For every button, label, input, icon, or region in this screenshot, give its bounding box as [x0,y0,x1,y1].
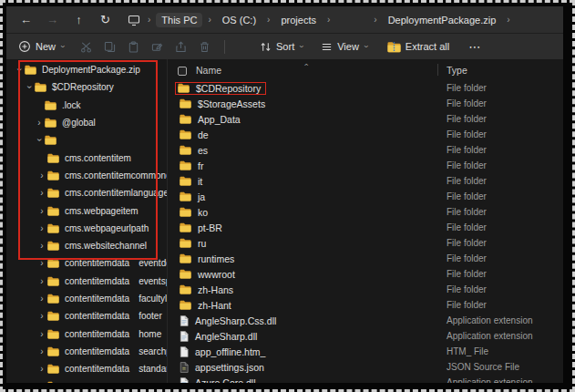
chevron-right-icon[interactable]: › [36,223,47,233]
tree-item[interactable]: ›cms.webpageitem [6,201,167,219]
chevron-right-icon[interactable]: › [34,118,45,128]
tree-item[interactable]: › [6,131,167,149]
tree-item[interactable]: ›cms.webpageurlpath [6,220,167,237]
file-name-cell[interactable]: ja [177,191,210,203]
tree-item[interactable]: ›contentitemdatafooter [6,307,167,325]
file-row[interactable]: runtimesFile folder [168,251,563,266]
chevron-right-icon[interactable]: › [36,170,47,181]
tree-item[interactable]: ›contentitemdatastandardp [6,360,167,377]
annotation-box-file[interactable]: $CDRepository [175,82,266,95]
file-name-cell[interactable]: App_Data [177,113,246,126]
forward-button[interactable]: → [39,6,66,33]
tree-item[interactable]: ›contentitemdatafacultylisti [6,290,167,307]
file-row[interactable]: jaFile folder [168,189,563,204]
extract-all-button[interactable]: Extract all [383,41,454,53]
chevron-down-icon[interactable]: › [15,65,25,76]
file-row[interactable]: app_offline.htm_HTM_ File [168,344,563,359]
file-row[interactable]: ruFile folder [168,235,563,251]
breadcrumb-segment[interactable] [335,18,368,22]
breadcrumb-segment[interactable]: OS (C:) [217,13,262,27]
breadcrumb-segment[interactable]: This PC [156,13,202,27]
file-name-cell[interactable]: es [177,144,213,157]
share-icon[interactable] [169,41,192,53]
breadcrumb-segment[interactable]: DeploymentPackage.zip [383,13,502,27]
file-row[interactable]: AngleSharp.Css.dllApplication extension [168,313,563,328]
chevron-right-icon[interactable]: › [36,276,47,286]
file-name-cell[interactable]: Azure.Core.dll [177,377,262,384]
chevron-right-icon[interactable]: › [36,364,47,374]
file-name-cell[interactable]: AngleSharp.dll [177,330,262,343]
file-row[interactable]: $StorageAssetsFile folder [168,96,563,111]
chevron-right-icon[interactable]: › [36,241,47,251]
chevron-down-icon[interactable]: › [35,135,45,146]
tree-item[interactable]: ›$CDRepository [6,78,167,96]
chevron-right-icon[interactable]: › [36,206,47,216]
address-bar[interactable]: › This PC›OS (C:)›projects››DeploymentPa… [122,13,516,27]
file-row[interactable]: esFile folder [168,142,563,158]
file-name-cell[interactable]: app_offline.htm_ [177,346,271,358]
file-row[interactable]: AngleSharp.dllApplication extension [168,328,563,344]
file-name-cell[interactable]: ko [177,206,213,219]
back-button[interactable]: ← [13,6,39,33]
up-button[interactable]: ↑ [66,6,92,33]
file-row[interactable]: deFile folder [168,127,563,142]
file-row[interactable]: wwwrootFile folder [168,266,563,282]
chevron-right-icon[interactable]: › [36,258,47,268]
tree-item[interactable]: ›DeploymentPackage.zip [6,61,167,78]
chevron-right-icon[interactable]: › [36,188,47,198]
tree-item[interactable]: ›@global [6,114,167,131]
file-row[interactable]: koFile folder [168,204,563,220]
file-name-cell[interactable]: $StorageAssets [177,98,271,110]
file-row[interactable]: appsettings.jsonJSON Source File [168,359,563,375]
tree-item[interactable]: ›cms.contentitemlanguagemet [6,184,167,201]
file-row[interactable]: zh-HantFile folder [168,297,563,313]
file-row[interactable]: $CDRepositoryFile folder [168,80,563,96]
file-row[interactable]: zh-HansFile folder [168,282,563,297]
chevron-down-icon[interactable]: › [25,82,35,93]
file-name-cell[interactable]: de [177,129,214,141]
tree-item[interactable]: ›cms.contentitemcommondata [6,167,167,184]
name-column-header[interactable]: Name [196,65,221,76]
file-name-cell[interactable]: zh-Hant [177,299,237,312]
file-name-cell[interactable]: pt-BR [177,222,228,234]
view-button[interactable]: View › [316,41,372,53]
copy-icon[interactable] [98,41,121,53]
file-name-cell[interactable]: it [177,175,208,188]
delete-icon[interactable] [192,41,216,53]
file-name-cell[interactable]: AngleSharp.Css.dll [177,315,282,327]
file-row[interactable]: Azure.Core.dllApplication extension [168,375,563,383]
chevron-right-icon[interactable]: › [36,294,47,304]
rename-icon[interactable] [145,41,169,53]
chevron-right-icon[interactable]: › [36,329,47,339]
type-column-header[interactable]: Type [447,65,467,76]
tree-item[interactable]: ›.lock [6,97,167,114]
file-name-cell[interactable]: wwwroot [177,268,241,281]
more-options-button[interactable]: ⋯ [468,40,481,54]
breadcrumb-segment[interactable]: projects [275,13,322,27]
tree-item[interactable]: ›contentitemdatasearchpag [6,343,167,360]
file-row[interactable]: App_DataFile folder [168,111,563,127]
file-row[interactable]: pt-BRFile folder [168,220,563,235]
new-button[interactable]: New › [14,40,68,53]
refresh-button[interactable]: ↻ [92,6,118,33]
tree-item[interactable]: ›contentitemdataeventspag [6,273,167,290]
tree-item[interactable]: ›contentitemdatahome [6,325,167,342]
file-row[interactable]: frFile folder [168,158,563,173]
tree-item[interactable]: ›cms.contentitem [6,149,167,166]
chevron-right-icon[interactable]: › [36,346,47,356]
file-name-cell[interactable]: ru [177,237,211,250]
file-row[interactable]: itFile folder [168,173,563,189]
tree-item[interactable]: ›cms.websitechannel [6,237,167,254]
file-name-cell[interactable]: appsettings.json [177,361,270,374]
sort-button[interactable]: Sort › [255,41,307,53]
tree-item[interactable]: ›contentitemdataeventdeta [6,254,167,272]
chevron-right-icon[interactable]: › [36,311,47,321]
cut-icon[interactable] [74,41,98,53]
file-name-cell[interactable]: zh-Hans [177,284,239,296]
paste-icon[interactable] [121,41,145,53]
tree-item[interactable]: › [6,377,167,383]
folder-icon [178,83,190,93]
file-name-cell[interactable]: fr [177,160,209,172]
file-name-cell[interactable]: runtimes [177,253,240,265]
select-all-checkbox[interactable] [178,67,187,76]
